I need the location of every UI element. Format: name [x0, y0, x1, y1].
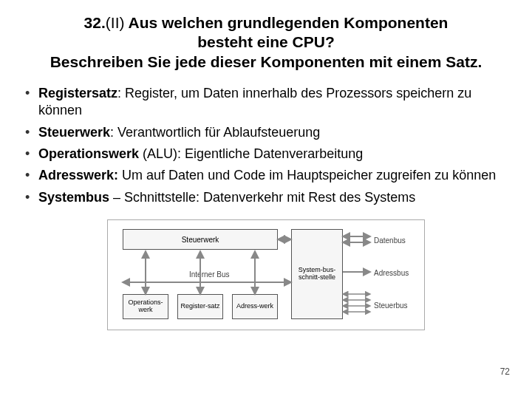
label-steuerbus: Steuerbus — [374, 301, 426, 310]
box-operationswerk: Operations-werk — [123, 294, 168, 319]
term: Registersatz — [38, 86, 117, 100]
question-number: 32. — [84, 14, 106, 31]
slide-title: 32.(II) Aus welchen grundlegenden Kompon… — [21, 13, 511, 72]
title-line1: Aus welchen grundlegenden Komponenten — [124, 14, 448, 31]
sep: – — [109, 190, 124, 205]
sep: : — [110, 125, 117, 140]
desc: Verantwortlich für Ablaufsteuerung — [117, 125, 320, 140]
cpu-diagram: Steuerwerk Operations-werk Register-satz… — [107, 219, 425, 330]
sep: : — [117, 86, 125, 100]
list-item: Operationswerk (ALU): Eigentliche Datenv… — [25, 146, 511, 163]
page-number: 72 — [500, 366, 510, 377]
paren: (ALU) — [139, 146, 177, 161]
bullet-list: Registersatz: Register, um Daten innerha… — [21, 85, 511, 206]
title-line3: Beschreiben Sie jede dieser Komponenten … — [50, 53, 482, 70]
term: Systembus — [38, 190, 109, 205]
box-systembus-schnittstelle: System-bus-schnitt-stelle — [291, 229, 343, 319]
term: Adresswerk: — [38, 168, 118, 183]
label-datenbus: Datenbus — [374, 236, 426, 245]
list-item: Steuerwerk: Verantwortlich für Ablaufste… — [25, 124, 511, 141]
box-steuerwerk: Steuerwerk — [123, 229, 278, 250]
title-line2: besteht eine CPU? — [197, 33, 335, 50]
desc: Eigentliche Datenverarbeitung — [185, 146, 363, 161]
desc: Um auf Daten und Code im Hauptspeicher z… — [122, 168, 496, 183]
label-adressbus: Adressbus — [374, 269, 426, 277]
box-registersatz: Register-satz — [177, 294, 223, 319]
list-item: Adresswerk: Um auf Daten und Code im Hau… — [25, 167, 511, 184]
question-tier: (II) — [106, 14, 125, 31]
desc: Schnittstelle: Datenverkehr mit Rest des… — [124, 190, 415, 205]
box-adresswerk: Adress-werk — [232, 294, 278, 319]
term: Operationswerk — [38, 146, 139, 161]
term: Steuerwerk — [38, 125, 110, 140]
list-item: Systembus – Schnittstelle: Datenverkehr … — [25, 189, 511, 206]
diagram-frame: Steuerwerk Operations-werk Register-satz… — [107, 219, 425, 330]
sep: : — [177, 146, 185, 161]
list-item: Registersatz: Register, um Daten innerha… — [25, 85, 511, 120]
label-interner-bus: Interner Bus — [189, 270, 229, 279]
